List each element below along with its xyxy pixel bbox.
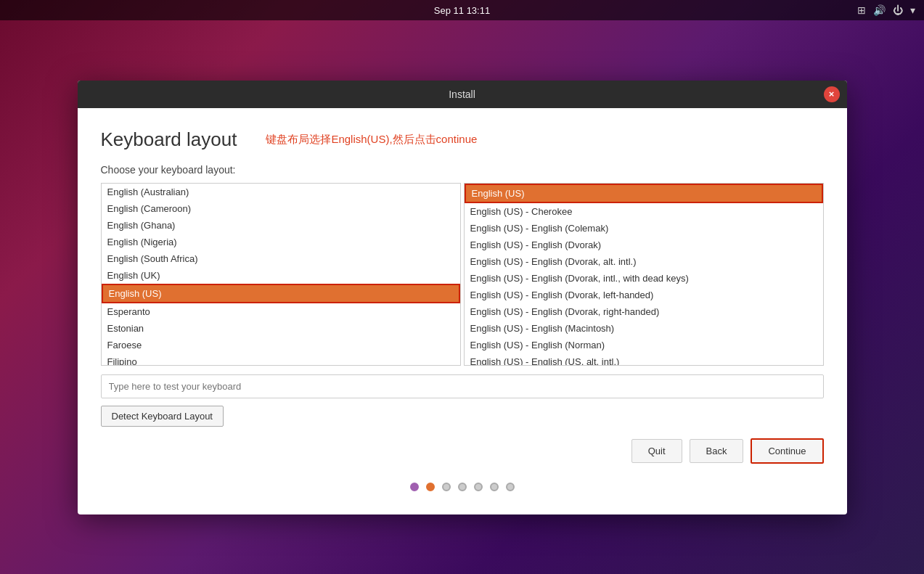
nav-row: Quit Back Continue	[101, 438, 824, 470]
list-item[interactable]: English (US) - English (Norman)	[465, 337, 823, 353]
list-item[interactable]: English (US) - English (US, alt. intl.)	[465, 353, 823, 366]
test-input-row	[101, 374, 824, 398]
list-item[interactable]: English (US)	[465, 184, 823, 203]
list-item[interactable]: English (US) - English (Dvorak)	[465, 237, 823, 253]
list-item[interactable]: English (US) - English (Dvorak, alt. int…	[465, 253, 823, 270]
progress-dot-1	[426, 483, 435, 491]
progress-dot-0	[410, 483, 419, 491]
continue-button[interactable]: Continue	[751, 438, 823, 464]
list-item[interactable]: Faroese	[102, 337, 460, 353]
list-item[interactable]: English (US) - English (Dvorak, right-ha…	[465, 303, 823, 320]
right-list[interactable]: English (US)English (US) - CherokeeEngli…	[464, 183, 824, 366]
progress-dot-5	[490, 483, 499, 491]
progress-dot-2	[442, 483, 451, 491]
list-item[interactable]: English (UK)	[102, 267, 460, 284]
list-item[interactable]: English (US) - English (Dvorak, left-han…	[465, 287, 823, 303]
list-item[interactable]: English (US)	[102, 284, 460, 303]
chevron-down-icon[interactable]: ▾	[910, 4, 915, 16]
volume-icon[interactable]: 🔊	[873, 4, 886, 16]
network-icon[interactable]: ⊞	[857, 4, 866, 16]
top-bar-actions: ⊞ 🔊 ⏻ ▾	[857, 4, 915, 16]
list-item[interactable]: English (Australian)	[102, 184, 460, 200]
install-dialog: Install × Keyboard layout 键盘布局选择English(…	[78, 81, 847, 514]
progress-dots	[101, 470, 824, 500]
header-row: Keyboard layout 键盘布局选择English(US),然后点击co…	[101, 128, 824, 151]
list-item[interactable]: English (Nigeria)	[102, 234, 460, 250]
list-item[interactable]: English (Cameroon)	[102, 200, 460, 217]
progress-dot-3	[458, 483, 467, 491]
instruction-text: 键盘布局选择English(US),然后点击continue	[266, 133, 477, 147]
keyboard-test-input[interactable]	[101, 374, 824, 398]
detect-keyboard-button[interactable]: Detect Keyboard Layout	[101, 406, 224, 427]
top-bar: Sep 11 13:11 ⊞ 🔊 ⏻ ▾	[0, 0, 924, 20]
left-list[interactable]: English (Australian)English (Cameroon)En…	[101, 183, 461, 366]
lists-container: English (Australian)English (Cameroon)En…	[101, 183, 824, 366]
list-item[interactable]: Filipino	[102, 353, 460, 366]
close-button[interactable]: ×	[824, 86, 840, 102]
progress-dot-6	[506, 483, 515, 491]
dialog-title: Install	[449, 89, 475, 100]
back-button[interactable]: Back	[690, 439, 744, 463]
list-item[interactable]: English (South Africa)	[102, 250, 460, 267]
progress-dot-4	[474, 483, 483, 491]
dialog-titlebar: Install ×	[78, 81, 847, 108]
list-item[interactable]: English (US) - English (Macintosh)	[465, 320, 823, 337]
power-icon[interactable]: ⏻	[893, 4, 903, 16]
list-item[interactable]: English (US) - English (Dvorak, intl., w…	[465, 270, 823, 287]
dialog-body: Keyboard layout 键盘布局选择English(US),然后点击co…	[78, 108, 847, 514]
list-item[interactable]: English (US) - Cherokee	[465, 203, 823, 220]
list-item[interactable]: English (US) - English (Colemak)	[465, 220, 823, 237]
dialog-overlay: Install × Keyboard layout 键盘布局选择English(…	[0, 20, 924, 574]
datetime-label: Sep 11 13:11	[434, 5, 490, 16]
quit-button[interactable]: Quit	[631, 439, 682, 463]
close-icon: ×	[829, 89, 835, 99]
list-item[interactable]: Esperanto	[102, 303, 460, 320]
list-item[interactable]: Estonian	[102, 320, 460, 337]
subtitle: Choose your keyboard layout:	[101, 164, 824, 176]
page-heading: Keyboard layout	[101, 128, 237, 151]
list-item[interactable]: English (Ghana)	[102, 217, 460, 234]
